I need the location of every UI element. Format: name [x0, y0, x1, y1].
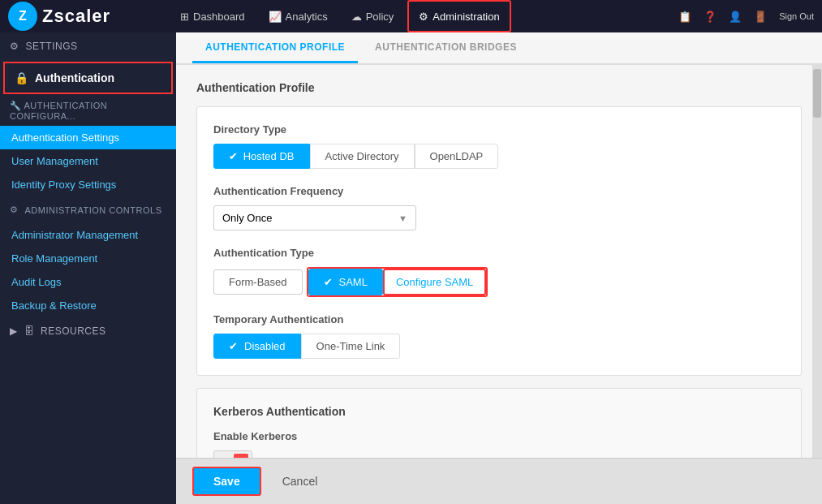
- auth-frequency-label: Authentication Frequency: [213, 185, 785, 197]
- scroll-thumb: [813, 69, 821, 118]
- kerberos-toggle[interactable]: ✕: [213, 450, 252, 458]
- sidebar-role-management[interactable]: Role Management: [0, 247, 176, 270]
- tab-auth-bridges-label: Authentication Bridges: [375, 41, 517, 53]
- hosted-db-check: [229, 150, 240, 162]
- saml-label: SAML: [339, 276, 368, 288]
- tabs-bar: Authentication Profile Authentication Br…: [176, 32, 822, 65]
- save-button[interactable]: Save: [192, 467, 261, 496]
- tab-auth-profile-label: Authentication Profile: [205, 41, 345, 53]
- nav-dashboard-label: Dashboard: [193, 11, 245, 23]
- disabled-btn[interactable]: Disabled: [213, 334, 301, 359]
- sidebar-admin-management[interactable]: Administrator Management: [0, 223, 176, 247]
- one-time-link-label: One-Time Link: [316, 340, 385, 352]
- kerberos-section: Kerberos Authentication Enable Kerberos …: [196, 388, 802, 458]
- sidebar-audit-logs[interactable]: Audit Logs: [0, 270, 176, 294]
- sidebar-user-management[interactable]: User Management: [0, 149, 176, 173]
- chevron-right-icon: ▶: [10, 325, 18, 337]
- logo-icon: Z: [8, 2, 37, 31]
- nav-policy-label: Policy: [366, 11, 394, 23]
- top-navigation: Z Zscaler ⊞ Dashboard 📈 Analytics ☁ Poli…: [0, 0, 822, 32]
- hosted-db-btn[interactable]: Hosted DB: [213, 144, 310, 169]
- authentication-label: Authentication: [35, 71, 114, 84]
- user-management-label: User Management: [11, 155, 98, 167]
- scroll-content: Authentication Profile Directory Type Ho…: [176, 65, 822, 458]
- saml-check-icon: [324, 276, 335, 288]
- settings-label: Settings: [26, 41, 78, 52]
- nav-items: ⊞ Dashboard 📈 Analytics ☁ Policy Adminis…: [170, 0, 678, 32]
- user-icon[interactable]: 👤: [729, 11, 742, 23]
- sidebar-resources-section[interactable]: ▶ 🗄 Resources: [0, 317, 176, 345]
- sidebar-auth-config-header: 🔧 AUTHENTICATION CONFIGURA...: [0, 96, 176, 126]
- openldap-btn[interactable]: OpenLDAP: [415, 144, 499, 169]
- hosted-db-label: Hosted DB: [243, 150, 295, 162]
- toggle-x-icon: ✕: [234, 454, 248, 458]
- signout-label[interactable]: Sign Out: [779, 11, 814, 21]
- disabled-check-icon: [229, 340, 240, 352]
- temp-auth-group: Disabled One-Time Link: [213, 334, 785, 359]
- saml-btn[interactable]: SAML: [308, 269, 383, 295]
- openldap-label: OpenLDAP: [430, 150, 484, 162]
- sidebar: ⚙ Settings 🔒 Authentication 🔧 AUTHENTICA…: [0, 32, 176, 504]
- active-directory-btn[interactable]: Active Directory: [310, 144, 415, 169]
- db-icon: 🗄: [24, 325, 35, 337]
- scroll-track[interactable]: [812, 65, 822, 458]
- dashboard-icon: ⊞: [180, 11, 189, 23]
- saml-wrapper: SAML Configure SAML: [307, 267, 488, 297]
- main-layout: ⚙ Settings 🔒 Authentication 🔧 AUTHENTICA…: [0, 32, 822, 504]
- nav-analytics[interactable]: 📈 Analytics: [259, 0, 338, 32]
- reports-icon[interactable]: 📋: [678, 11, 691, 23]
- configure-saml-btn[interactable]: Configure SAML: [383, 269, 486, 295]
- sidebar-backup-restore[interactable]: Backup & Restore: [0, 294, 176, 317]
- form-based-label: Form-Based: [229, 276, 287, 288]
- nav-analytics-label: Analytics: [286, 11, 328, 23]
- cancel-button[interactable]: Cancel: [269, 468, 331, 494]
- directory-type-group: Hosted DB Active Directory OpenLDAP: [213, 144, 785, 169]
- admin-management-label: Administrator Management: [11, 229, 138, 241]
- enable-kerberos-label: Enable Kerberos: [213, 430, 785, 442]
- resources-label: Resources: [41, 325, 106, 337]
- backup-restore-label: Backup & Restore: [11, 299, 97, 312]
- analytics-icon: 📈: [269, 11, 282, 23]
- logo-area: Z Zscaler: [8, 2, 170, 31]
- auth-frequency-dropdown[interactable]: Only Once ▼: [213, 205, 416, 230]
- help-icon[interactable]: ❓: [704, 11, 717, 23]
- role-management-label: Role Management: [11, 252, 97, 265]
- nav-dashboard[interactable]: ⊞ Dashboard: [170, 0, 255, 32]
- sidebar-settings-section[interactable]: ⚙ Settings: [0, 32, 176, 60]
- sidebar-identity-proxy[interactable]: Identity Proxy Settings: [0, 173, 176, 196]
- auth-settings-label: Authentication Settings: [11, 131, 119, 144]
- lock-icon: 🔒: [15, 71, 28, 84]
- nav-policy[interactable]: ☁ Policy: [342, 0, 404, 32]
- sidebar-auth-settings[interactable]: Authentication Settings: [0, 126, 176, 149]
- tab-auth-bridges[interactable]: Authentication Bridges: [362, 33, 530, 63]
- sidebar-authentication[interactable]: 🔒 Authentication: [3, 62, 173, 94]
- bottom-bar: Save Cancel: [176, 458, 822, 504]
- gear-icon-sm: ⚙: [10, 205, 19, 215]
- one-time-link-btn[interactable]: One-Time Link: [301, 334, 401, 359]
- admin-controls-label: ADMINISTRATION CONTROLS: [25, 205, 162, 215]
- form-section-main: Directory Type Hosted DB Active Director…: [196, 106, 802, 376]
- nav-administration[interactable]: Administration: [407, 0, 510, 32]
- toggle-wrapper: ✕: [213, 450, 785, 458]
- active-directory-label: Active Directory: [325, 150, 399, 162]
- sidebar-admin-controls-section[interactable]: ⚙ ADMINISTRATION CONTROLS: [0, 196, 176, 223]
- auth-config-label: AUTHENTICATION CONFIGURA...: [10, 101, 107, 121]
- content-area: Authentication Profile Authentication Br…: [176, 32, 822, 504]
- kerberos-title: Kerberos Authentication: [213, 405, 785, 418]
- identity-proxy-label: Identity Proxy Settings: [11, 179, 116, 191]
- policy-icon: ☁: [351, 11, 362, 23]
- logo-text: Zscaler: [42, 6, 110, 27]
- signout-icon[interactable]: 🚪: [754, 11, 767, 23]
- administration-icon: [419, 11, 428, 23]
- directory-type-label: Directory Type: [213, 123, 785, 136]
- dropdown-arrow-icon: ▼: [398, 213, 407, 223]
- tab-auth-profile[interactable]: Authentication Profile: [192, 33, 358, 63]
- nav-administration-label: Administration: [433, 11, 499, 23]
- settings-icon: ⚙: [10, 41, 19, 52]
- audit-logs-label: Audit Logs: [11, 276, 61, 288]
- temp-auth-label: Temporary Authentication: [213, 313, 785, 325]
- disabled-label: Disabled: [244, 340, 286, 352]
- form-based-btn[interactable]: Form-Based: [213, 269, 303, 295]
- auth-type-label: Authentication Type: [213, 247, 785, 259]
- wrench-icon: 🔧: [10, 101, 22, 110]
